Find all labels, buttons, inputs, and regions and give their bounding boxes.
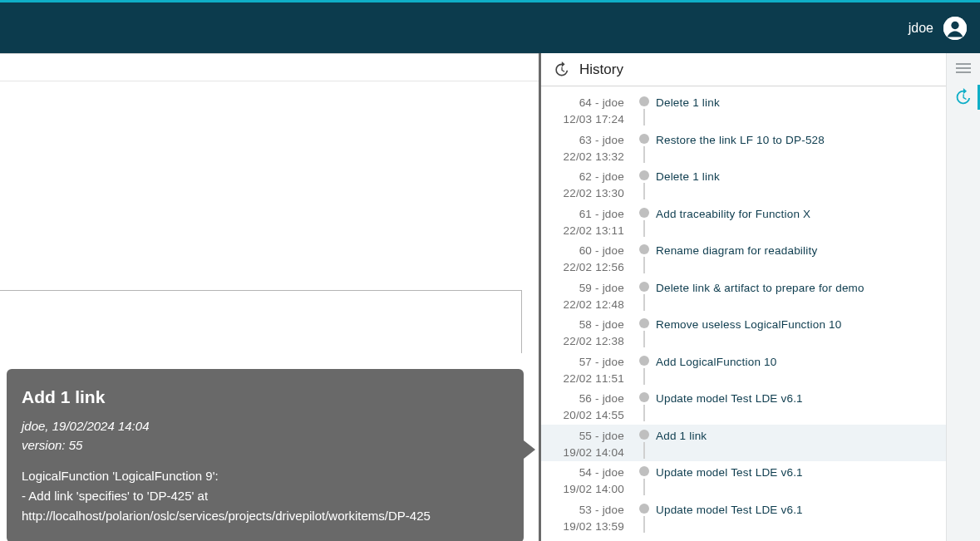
svg-point-1 [951,21,958,28]
username-label: jdoe [909,21,933,36]
history-tooltip: Add 1 link jdoe, 19/02/2024 14:04 versio… [7,369,524,541]
history-item-id: 61 - jdoe [541,206,624,223]
history-item-meta: 55 - jdoe19/02 14:04 [541,425,633,462]
history-item-meta: 58 - jdoe22/02 12:38 [541,313,633,351]
history-item[interactable]: 63 - jdoe22/02 13:32Restore the link LF … [541,129,946,166]
history-item[interactable]: 62 - jdoe22/02 13:30Delete 1 link [541,165,946,203]
history-item-date: 19/02 14:04 [541,445,624,461]
timeline-line [643,183,645,199]
timeline-dot-icon [639,392,649,402]
history-timeline [633,387,656,421]
history-timeline [633,313,656,347]
history-item[interactable]: 56 - jdoe20/02 14:55Update model Test LD… [541,387,946,425]
history-item-id: 57 - jdoe [541,354,624,371]
history-item-message: Restore the link LF 10 to DP-528 [656,129,946,149]
history-item-date: 19/02 14:00 [541,481,624,498]
history-timeline [633,239,656,273]
tooltip-body-line: - Add link 'specifies' to 'DP-425' at ht… [22,486,509,526]
history-item-message: Add 1 link [656,425,946,445]
history-item-meta: 60 - jdoe22/02 12:56 [541,239,633,277]
history-item-message: Add LogicalFunction 10 [656,351,946,371]
history-item-id: 58 - jdoe [541,317,624,333]
timeline-line [643,220,645,237]
timeline-line [643,257,645,273]
history-item[interactable]: 59 - jdoe22/02 12:48Delete link & artifa… [541,277,946,314]
history-item-id: 60 - jdoe [541,243,624,259]
history-item[interactable]: 58 - jdoe22/02 12:38Remove useless Logic… [541,313,946,351]
timeline-dot-icon [639,244,649,254]
history-item-message: Delete 1 link [656,91,946,111]
history-item[interactable]: 60 - jdoe22/02 12:56Rename diagram for r… [541,239,946,277]
history-item-date: 20/02 14:55 [541,407,624,424]
history-list: 64 - jdoe12/03 17:24Delete 1 link63 - jd… [541,86,946,541]
diagram-canvas[interactable] [0,290,522,353]
history-item-date: 22/02 13:30 [541,185,624,202]
history-timeline [633,499,656,533]
history-item-id: 53 - jdoe [541,502,624,519]
history-item-meta: 53 - jdoe19/02 13:59 [541,499,633,536]
timeline-line [643,479,645,495]
history-timeline [633,461,656,495]
timeline-line [643,516,645,533]
history-item-meta: 64 - jdoe12/03 17:24 [541,91,633,129]
history-item-id: 64 - jdoe [541,95,624,111]
history-item-meta: 63 - jdoe22/02 13:32 [541,129,633,166]
tooltip-body: LogicalFunction 'LogicalFunction 9': - A… [22,466,509,526]
timeline-dot-icon [639,466,649,476]
timeline-line [643,331,645,347]
history-item-id: 54 - jdoe [541,465,624,481]
timeline-line [643,368,645,385]
history-item-message: Delete 1 link [656,165,946,185]
history-timeline [633,203,656,237]
history-item-meta: 56 - jdoe20/02 14:55 [541,387,633,425]
tooltip-title: Add 1 link [22,384,509,411]
history-item-id: 55 - jdoe [541,428,624,445]
history-item-message: Rename diagram for readability [656,239,946,259]
history-timeline [633,129,656,163]
history-item-message: Update model Test LDE v6.1 [656,387,946,407]
history-item[interactable]: 54 - jdoe19/02 14:00Update model Test LD… [541,461,946,499]
history-item-meta: 61 - jdoe22/02 13:11 [541,203,633,240]
menu-icon[interactable] [956,63,971,73]
tooltip-version: version: 55 [22,435,509,455]
user-icon [943,17,967,40]
history-item-date: 19/02 13:59 [541,519,624,535]
tooltip-body-line: LogicalFunction 'LogicalFunction 9': [22,466,509,486]
user-avatar[interactable] [943,17,967,40]
tooltip-subtitle: jdoe, 19/02/2024 14:04 [22,416,509,435]
history-item[interactable]: 57 - jdoe22/02 11:51Add LogicalFunction … [541,351,946,388]
timeline-line [643,405,645,421]
history-icon [953,88,972,106]
history-item[interactable]: 53 - jdoe19/02 13:59Update model Test LD… [541,499,946,536]
history-item[interactable]: 64 - jdoe12/03 17:24Delete 1 link [541,91,946,129]
history-item-date: 22/02 12:38 [541,333,624,350]
history-item-date: 22/02 13:32 [541,149,624,165]
history-item[interactable]: 61 - jdoe22/02 13:11Add traceability for… [541,203,946,240]
timeline-dot-icon [639,208,649,218]
timeline-line [643,146,645,163]
history-item-message: Update model Test LDE v6.1 [656,499,946,519]
history-item-date: 22/02 13:11 [541,223,624,239]
timeline-dot-icon [639,430,649,440]
timeline-dot-icon [639,356,649,366]
history-item-id: 62 - jdoe [541,169,624,185]
history-item-id: 59 - jdoe [541,280,624,297]
history-item-message: Add traceability for Function X [656,203,946,223]
history-item-date: 12/03 17:24 [541,111,624,128]
timeline-line [643,442,645,459]
timeline-dot-icon [639,282,649,292]
history-item-message: Delete link & artifact to prepare for de… [656,277,946,297]
history-item-meta: 57 - jdoe22/02 11:51 [541,351,633,388]
history-item[interactable]: 55 - jdoe19/02 14:04Add 1 link [541,425,946,462]
history-timeline [633,351,656,385]
timeline-dot-icon [639,134,649,144]
history-panel: History 64 - jdoe12/03 17:24Delete 1 lin… [539,53,946,541]
history-timeline [633,425,656,459]
history-item-message: Update model Test LDE v6.1 [656,461,946,481]
history-item-id: 56 - jdoe [541,391,624,407]
history-item-id: 63 - jdoe [541,132,624,149]
history-toggle-button[interactable] [947,85,980,110]
topbar: jdoe [0,2,980,53]
right-rail [946,53,980,541]
timeline-dot-icon [639,318,649,328]
